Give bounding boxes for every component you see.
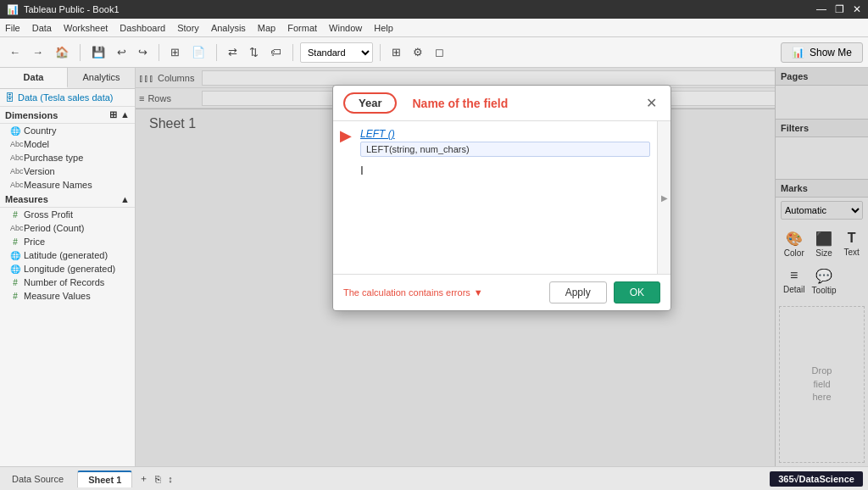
field-num-records[interactable]: # Number of Records bbox=[0, 276, 135, 289]
menu-window[interactable]: Window bbox=[329, 23, 362, 33]
add-sheet-icon[interactable]: ＋ bbox=[139, 472, 148, 485]
show-me-chart-icon: 📊 bbox=[792, 47, 804, 58]
dimensions-header-icons: ⊞ ▲ bbox=[109, 109, 130, 120]
field-price[interactable]: # Price bbox=[0, 235, 135, 248]
forward-button[interactable]: → bbox=[28, 42, 47, 64]
menu-analysis[interactable]: Analysis bbox=[211, 23, 246, 33]
menu-story[interactable]: Story bbox=[177, 23, 199, 33]
data-source-item[interactable]: 🗄 Data (Tesla sales data) bbox=[0, 89, 135, 107]
collapse-icon[interactable]: ▲ bbox=[120, 109, 130, 120]
new-datasource-button[interactable]: ⊞ bbox=[166, 42, 184, 64]
globe-icon: 🌐 bbox=[10, 264, 20, 274]
menu-format[interactable]: Format bbox=[287, 23, 317, 33]
home-button[interactable]: 🏠 bbox=[51, 42, 73, 64]
abc-icon: Abc bbox=[10, 181, 20, 189]
sheet-tab-1[interactable]: Sheet 1 bbox=[77, 471, 132, 487]
field-measure-values[interactable]: # Measure Values bbox=[0, 289, 135, 303]
menu-file[interactable]: File bbox=[5, 23, 20, 33]
field-version[interactable]: Abc Version bbox=[0, 164, 135, 178]
dimensions-header[interactable]: Dimensions ⊞ ▲ bbox=[0, 107, 135, 124]
tab-data[interactable]: Data bbox=[0, 68, 68, 88]
swap-button[interactable]: ⇄ bbox=[224, 42, 242, 64]
title-bar: 📊 Tableau Public - Book1 — ❐ ✕ bbox=[0, 0, 868, 19]
menu-map[interactable]: Map bbox=[258, 23, 275, 33]
brand-logo: 365√DataScience bbox=[770, 471, 863, 487]
dialog-buttons: Apply OK bbox=[549, 281, 660, 303]
menu-help[interactable]: Help bbox=[374, 23, 393, 33]
abc-icon: Abc bbox=[10, 140, 20, 148]
field-annotation-label: Name of the field bbox=[412, 97, 508, 110]
hash-icon: # bbox=[10, 237, 20, 247]
duplicate-sheet-icon[interactable]: ⎘ bbox=[155, 474, 161, 484]
sort-button[interactable]: ⇅ bbox=[245, 42, 263, 64]
formula-arrow-icon: ▶ bbox=[340, 128, 352, 143]
toolbar-sep-3 bbox=[216, 44, 217, 61]
field-name-input[interactable]: Year bbox=[343, 92, 397, 114]
menu-data[interactable]: Data bbox=[32, 23, 52, 33]
globe-icon: 🌐 bbox=[10, 251, 20, 260]
titlebar-text: Tableau Public - Book1 bbox=[24, 4, 120, 14]
field-gross-profit[interactable]: # Gross Profit bbox=[0, 208, 135, 221]
statusbar-left: Data Source Sheet 1 ＋ ⎘ ↕ bbox=[5, 471, 173, 487]
collapse-icon[interactable]: ▲ bbox=[120, 194, 130, 204]
fit-dropdown[interactable]: Standard Entire View Fit Width bbox=[300, 42, 373, 63]
sidebar-expand-icon: ▶ bbox=[661, 193, 668, 203]
app-icon: 📊 bbox=[7, 4, 19, 15]
show-me-button[interactable]: 📊 Show Me bbox=[781, 42, 863, 63]
toolbar-sep-1 bbox=[80, 44, 81, 61]
grid-icon[interactable]: ⊞ bbox=[109, 109, 117, 120]
formula-function-label: LEFT () bbox=[360, 128, 650, 140]
label-button[interactable]: 🏷 bbox=[266, 42, 286, 64]
maximize-btn[interactable]: ❐ bbox=[835, 3, 844, 15]
formula-content: LEFT () LEFT(string, num_chars) I bbox=[360, 128, 650, 177]
sort-sheets-icon[interactable]: ↕ bbox=[168, 474, 173, 484]
undo-button[interactable]: ↩ bbox=[113, 42, 131, 64]
field-purchase-type[interactable]: Abc Purchase type bbox=[0, 151, 135, 164]
formula-signature-label: LEFT(string, num_chars) bbox=[360, 142, 650, 157]
field-country[interactable]: 🌐 Country bbox=[0, 124, 135, 137]
apply-button[interactable]: Apply bbox=[549, 281, 607, 303]
database-icon: 🗄 bbox=[5, 92, 14, 103]
formula-sidebar[interactable]: ▶ bbox=[657, 121, 670, 274]
dialog-header-left: Year Name of the field bbox=[343, 92, 508, 114]
menu-worksheet[interactable]: Worksheet bbox=[64, 23, 108, 33]
ok-button[interactable]: OK bbox=[614, 281, 660, 303]
present-button[interactable]: ◻ bbox=[431, 42, 448, 64]
grid-button[interactable]: ⊞ bbox=[387, 42, 405, 64]
dialog-close-button[interactable]: ✕ bbox=[643, 95, 660, 111]
left-panel: Data Analytics 🗄 Data (Tesla sales data)… bbox=[0, 68, 136, 466]
abc-icon: Abc bbox=[10, 224, 20, 232]
field-longitude[interactable]: 🌐 Longitude (generated) bbox=[0, 262, 135, 276]
calculated-field-dialog: Year Name of the field ✕ ▶ LEFT () LEFT(… bbox=[332, 85, 671, 311]
save-button[interactable]: 💾 bbox=[87, 42, 109, 64]
abc-icon: Abc bbox=[10, 167, 20, 175]
main-area: Data Analytics 🗄 Data (Tesla sales data)… bbox=[0, 68, 868, 466]
field-period[interactable]: Abc Period (Count) bbox=[0, 221, 135, 235]
globe-icon: 🌐 bbox=[10, 126, 20, 136]
error-message: The calculation contains errors ▼ bbox=[343, 287, 483, 298]
measures-header[interactable]: Measures ▲ bbox=[0, 192, 135, 208]
formula-cursor: I bbox=[360, 164, 650, 177]
menu-dashboard[interactable]: Dashboard bbox=[120, 23, 165, 33]
field-latitude[interactable]: 🌐 Latitude (generated) bbox=[0, 248, 135, 262]
tab-analytics[interactable]: Analytics bbox=[68, 68, 135, 88]
formula-area[interactable]: ▶ LEFT () LEFT(string, num_chars) I bbox=[333, 121, 657, 274]
datasource-tab[interactable]: Data Source bbox=[5, 471, 70, 487]
redo-button[interactable]: ↪ bbox=[134, 42, 152, 64]
measures-header-icons: ▲ bbox=[120, 194, 130, 204]
toolbar-sep-4 bbox=[292, 44, 293, 61]
field-measure-names[interactable]: Abc Measure Names bbox=[0, 178, 135, 192]
panel-tabs: Data Analytics bbox=[0, 68, 135, 89]
back-button[interactable]: ← bbox=[5, 42, 25, 64]
dialog-header: Year Name of the field ✕ bbox=[333, 86, 670, 121]
hash-icon: # bbox=[10, 292, 20, 301]
close-btn[interactable]: ✕ bbox=[853, 3, 861, 15]
field-model[interactable]: Abc Model bbox=[0, 137, 135, 151]
new-sheet-button[interactable]: 📄 bbox=[187, 42, 209, 64]
canvas-area: ⫿⫿⫿ Columns ≡ Rows Sheet 1 Pages Filters… bbox=[136, 68, 868, 466]
toolbar-sep-5 bbox=[380, 44, 381, 61]
toolbar-sep-2 bbox=[159, 44, 159, 61]
minimize-btn[interactable]: — bbox=[816, 3, 826, 15]
modal-overlay: Year Name of the field ✕ ▶ LEFT () LEFT(… bbox=[136, 68, 868, 466]
share-button[interactable]: ⚙ bbox=[409, 42, 427, 64]
